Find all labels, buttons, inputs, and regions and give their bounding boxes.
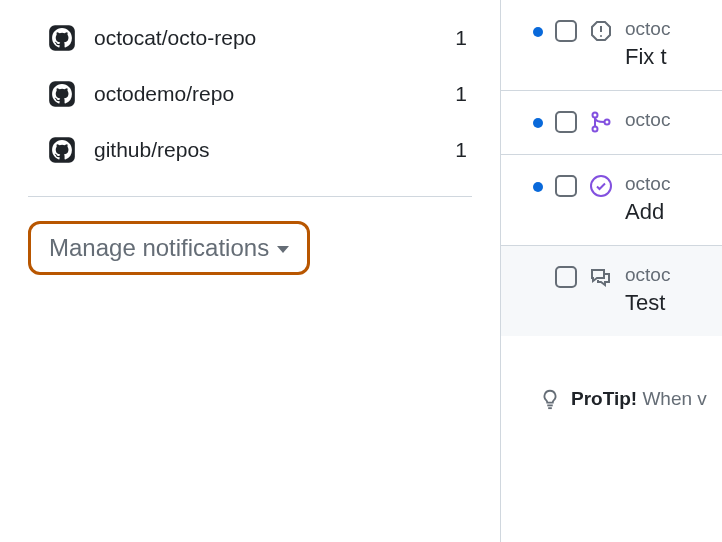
github-mark-icon — [48, 80, 76, 108]
git-merge-icon — [589, 110, 613, 134]
manage-notifications-label: Manage notifications — [49, 234, 269, 262]
protip: ProTip! When v — [501, 336, 722, 410]
repo-count: 1 — [455, 26, 467, 50]
repo-name: octodemo/repo — [94, 82, 234, 106]
divider — [28, 196, 472, 197]
select-checkbox[interactable] — [555, 111, 577, 133]
select-checkbox[interactable] — [555, 20, 577, 42]
svg-point-6 — [593, 113, 598, 118]
svg-point-7 — [593, 127, 598, 132]
repo-list-item[interactable]: octodemo/repo 1 — [28, 66, 472, 122]
check-circle-icon — [589, 174, 613, 198]
select-checkbox[interactable] — [555, 175, 577, 197]
unread-dot-icon — [533, 27, 543, 37]
svg-point-8 — [605, 120, 610, 125]
protip-text: ProTip! When v — [571, 388, 707, 410]
repo-list-item[interactable]: octocat/octo-repo 1 — [28, 10, 472, 66]
manage-notifications-button[interactable]: Manage notifications — [28, 221, 310, 275]
notification-title: Add — [625, 199, 670, 225]
github-mark-icon — [48, 136, 76, 164]
notification-item[interactable]: octoc Fix t — [501, 0, 722, 91]
svg-point-5 — [600, 35, 602, 37]
repo-count: 1 — [455, 82, 467, 106]
repo-list: octocat/octo-repo 1 octodemo/repo 1 — [28, 10, 472, 178]
sidebar: octocat/octo-repo 1 octodemo/repo 1 — [0, 0, 500, 542]
notification-repo: octoc — [625, 264, 670, 286]
notification-repo: octoc — [625, 18, 670, 40]
repo-name: octocat/octo-repo — [94, 26, 256, 50]
notification-item[interactable]: octoc Test — [501, 246, 722, 336]
select-checkbox[interactable] — [555, 266, 577, 288]
issue-icon — [589, 19, 613, 43]
github-mark-icon — [48, 24, 76, 52]
caret-down-icon — [277, 246, 289, 253]
unread-dot-icon — [533, 118, 543, 128]
svg-point-9 — [591, 176, 611, 196]
lightbulb-icon — [539, 388, 561, 410]
repo-count: 1 — [455, 138, 467, 162]
notification-item[interactable]: octoc — [501, 91, 722, 155]
unread-dot-icon — [533, 182, 543, 192]
notification-repo: octoc — [625, 109, 670, 131]
notification-list: octoc Fix t octoc — [501, 0, 722, 336]
notification-repo: octoc — [625, 173, 670, 195]
notification-item[interactable]: octoc Add — [501, 155, 722, 246]
notification-title: Test — [625, 290, 670, 316]
repo-name: github/repos — [94, 138, 210, 162]
notification-title: Fix t — [625, 44, 670, 70]
notifications-panel: octoc Fix t octoc — [500, 0, 722, 542]
repo-list-item[interactable]: github/repos 1 — [28, 122, 472, 178]
discussion-icon — [589, 265, 613, 289]
